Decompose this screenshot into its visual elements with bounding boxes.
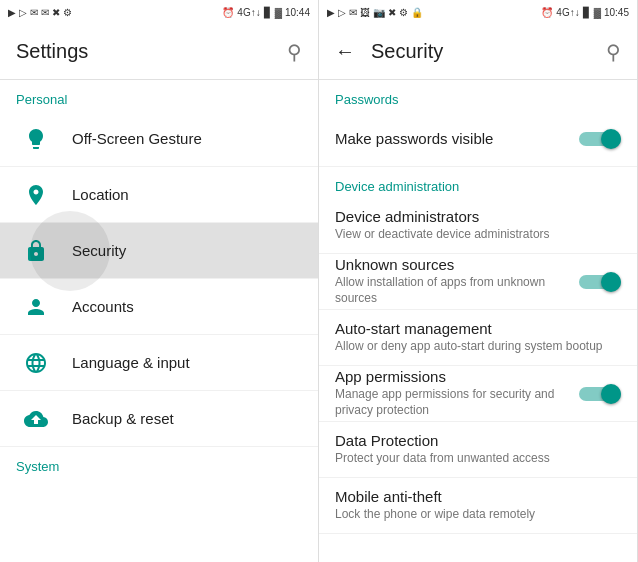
mobile-anti-theft-title: Mobile anti-theft [335,488,621,505]
img-icon-r: 🖼 [360,7,370,18]
auto-start-item[interactable]: Auto-start management Allow or deny app … [319,310,637,366]
sidebar-item-language[interactable]: Language & input [0,335,318,391]
right-panel: ▶ ▷ ✉ 🖼 📷 ✖ ⚙ 🔒 ⏰ 4G↑↓ ▊ ▓ 10:45 ← Secur… [319,0,638,562]
backup-icon [16,399,56,439]
device-admin-text: Device administrators View or deactivate… [335,208,621,243]
personal-section-label: Personal [0,80,318,111]
system-section-label: System [0,447,318,478]
make-passwords-text: Make passwords visible [335,130,579,147]
app-permissions-subtitle: Manage app permissions for security and … [335,387,579,418]
gesture-icon [16,119,56,159]
mail-icon: ✉ [30,7,38,18]
data-protection-title: Data Protection [335,432,621,449]
left-panel: ▶ ▷ ✉ ✉ ✖ ⚙ ⏰ 4G↑↓ ▊ ▓ 10:44 Settings ⚲ … [0,0,319,562]
status-bar-left: ▶ ▷ ✉ ✉ ✖ ⚙ ⏰ 4G↑↓ ▊ ▓ 10:44 [0,0,318,24]
accounts-icon [16,287,56,327]
status-icons-right-left: ▶ ▷ ✉ 🖼 📷 ✖ ⚙ 🔒 [327,7,423,18]
time-right: 10:45 [604,7,629,18]
play-icon-r: ▶ [327,7,335,18]
search-icon-right[interactable]: ⚲ [606,40,621,64]
battery-icon: ▓ [275,7,282,18]
alarm-icon-r: ⏰ [541,7,553,18]
data-protection-subtitle: Protect your data from unwanted access [335,451,621,467]
play-icon: ▶ [8,7,16,18]
location-title: Location [72,186,302,203]
make-passwords-title: Make passwords visible [335,130,579,147]
alarm-icon: ⏰ [222,7,234,18]
off-screen-gesture-text: Off-Screen Gesture [72,130,302,147]
youtube-icon: ▷ [19,7,27,18]
app-permissions-text: App permissions Manage app permissions f… [335,368,579,418]
sidebar-item-accounts[interactable]: Accounts [0,279,318,335]
back-button[interactable]: ← [335,40,355,63]
right-header-title: Security [371,40,606,63]
mobile-anti-theft-text: Mobile anti-theft Lock the phone or wipe… [335,488,621,523]
x-icon-r: ✖ [388,7,396,18]
lock-status-icon: 🔒 [411,7,423,18]
status-icons-left: ▶ ▷ ✉ ✉ ✖ ⚙ [8,7,72,18]
signal-bar-icon: ▊ [264,7,272,18]
language-title: Language & input [72,354,302,371]
toggle-thumb-us [601,272,621,292]
make-passwords-toggle[interactable] [579,127,621,151]
lock2-icon: ⚙ [63,7,72,18]
device-admin-title: Device administrators [335,208,621,225]
accounts-text: Accounts [72,298,302,315]
data-protection-item[interactable]: Data Protection Protect your data from u… [319,422,637,478]
mobile-anti-theft-item[interactable]: Mobile anti-theft Lock the phone or wipe… [319,478,637,534]
toggle-thumb-ap [601,384,621,404]
off-screen-gesture-title: Off-Screen Gesture [72,130,302,147]
search-icon-left[interactable]: ⚲ [287,40,302,64]
auto-start-title: Auto-start management [335,320,621,337]
status-icons-right-right: ⏰ 4G↑↓ ▊ ▓ 10:45 [541,7,629,18]
passwords-section-label: Passwords [319,80,637,111]
app-permissions-title: App permissions [335,368,579,385]
left-header-title: Settings [16,40,287,63]
data-protection-text: Data Protection Protect your data from u… [335,432,621,467]
unknown-sources-toggle[interactable] [579,270,621,294]
mobile-anti-theft-subtitle: Lock the phone or wipe data remotely [335,507,621,523]
make-passwords-visible-item[interactable]: Make passwords visible [319,111,637,167]
status-bar-right: ▶ ▷ ✉ 🖼 📷 ✖ ⚙ 🔒 ⏰ 4G↑↓ ▊ ▓ 10:45 [319,0,637,24]
signal-icon-r: ▊ [583,7,591,18]
gear-icon-r: ⚙ [399,7,408,18]
accounts-title: Accounts [72,298,302,315]
sidebar-item-security[interactable]: Security [0,223,318,279]
app-permissions-item[interactable]: App permissions Manage app permissions f… [319,366,637,422]
unknown-sources-text: Unknown sources Allow installation of ap… [335,256,579,306]
unknown-sources-title: Unknown sources [335,256,579,273]
sidebar-item-location[interactable]: Location [0,167,318,223]
auto-start-text: Auto-start management Allow or deny app … [335,320,621,355]
battery-icon-r: ▓ [594,7,601,18]
mail-icon-r: ✉ [349,7,357,18]
time-left: 10:44 [285,7,310,18]
device-admin-subtitle: View or deactivate device administrators [335,227,621,243]
backup-text: Backup & reset [72,410,302,427]
language-text: Language & input [72,354,302,371]
toggle-thumb [601,129,621,149]
unknown-sources-item[interactable]: Unknown sources Allow installation of ap… [319,254,637,310]
right-header: ← Security ⚲ [319,24,637,80]
device-administrators-item[interactable]: Device administrators View or deactivate… [319,198,637,254]
left-header: Settings ⚲ [0,24,318,80]
yt-icon-r: ▷ [338,7,346,18]
sidebar-item-off-screen-gesture[interactable]: Off-Screen Gesture [0,111,318,167]
sidebar-item-backup[interactable]: Backup & reset [0,391,318,447]
location-text: Location [72,186,302,203]
camera-icon-r: 📷 [373,7,385,18]
mail2-icon: ✉ [41,7,49,18]
app-permissions-toggle[interactable] [579,382,621,406]
backup-title: Backup & reset [72,410,302,427]
location-icon [16,175,56,215]
close-icon: ✖ [52,7,60,18]
auto-start-subtitle: Allow or deny app auto-start during syst… [335,339,621,355]
network-icon-r: 4G↑↓ [556,7,579,18]
device-admin-section-label: Device administration [319,167,637,198]
language-icon [16,343,56,383]
unknown-sources-subtitle: Allow installation of apps from unknown … [335,275,579,306]
status-icons-right: ⏰ 4G↑↓ ▊ ▓ 10:44 [222,7,310,18]
signal-text: 4G↑↓ [237,7,260,18]
